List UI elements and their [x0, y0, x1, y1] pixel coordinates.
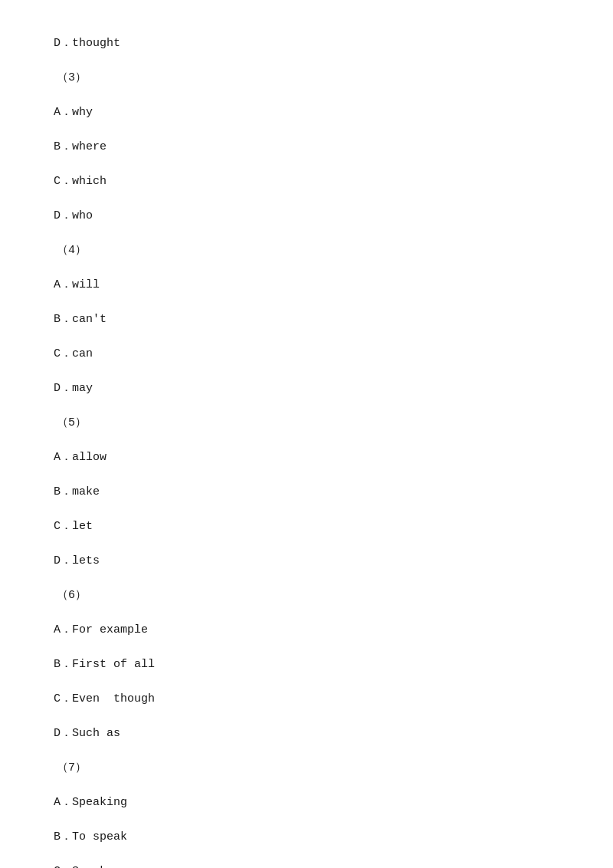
option-item: D．Such as — [54, 721, 559, 746]
option-item: A．allow — [54, 445, 559, 470]
option-item: C．Speak — [54, 859, 559, 868]
blank-line — [54, 608, 559, 617]
question-number: （3） — [57, 65, 559, 90]
option-item: B．can't — [54, 307, 559, 332]
blank-line — [54, 574, 559, 583]
option-item: C．which — [54, 169, 559, 194]
blank-line — [54, 194, 559, 203]
option-item: C．let — [54, 514, 559, 539]
blank-line — [54, 298, 559, 307]
option-item: D．lets — [54, 548, 559, 574]
option-item: C．Even though — [54, 686, 559, 712]
option-item: D．may — [54, 376, 559, 401]
option-item: D．who — [54, 203, 559, 229]
blank-line — [54, 712, 559, 721]
question-number: （6） — [57, 583, 559, 608]
blank-line — [54, 677, 559, 686]
blank-line — [54, 505, 559, 514]
blank-line — [54, 643, 559, 652]
page-content: D．thought （3） A．why B．where C．which D．wh… — [0, 0, 613, 868]
blank-line — [54, 401, 559, 410]
blank-line — [54, 56, 559, 65]
blank-line — [54, 125, 559, 134]
option-item: B．First of all — [54, 652, 559, 677]
blank-line — [54, 539, 559, 548]
question-number: （5） — [57, 410, 559, 436]
question-number: （4） — [57, 238, 559, 263]
blank-line — [54, 850, 559, 859]
blank-line — [54, 263, 559, 272]
option-item: A．why — [54, 100, 559, 125]
blank-line — [54, 332, 559, 341]
option-item: B．make — [54, 479, 559, 505]
option-item: B．To speak — [54, 824, 559, 850]
blank-line — [54, 815, 559, 824]
blank-line — [54, 781, 559, 790]
option-item: C．can — [54, 341, 559, 367]
blank-line — [54, 229, 559, 238]
option-item: D．thought — [54, 31, 559, 56]
option-item: B．where — [54, 134, 559, 159]
blank-line — [54, 470, 559, 479]
blank-line — [54, 90, 559, 100]
blank-line — [54, 367, 559, 376]
blank-line — [54, 436, 559, 445]
option-item: A．will — [54, 272, 559, 298]
option-item: A．Speaking — [54, 790, 559, 815]
blank-line — [54, 746, 559, 755]
option-item: A．For example — [54, 617, 559, 643]
blank-line — [54, 159, 559, 169]
question-number: （7） — [57, 755, 559, 781]
